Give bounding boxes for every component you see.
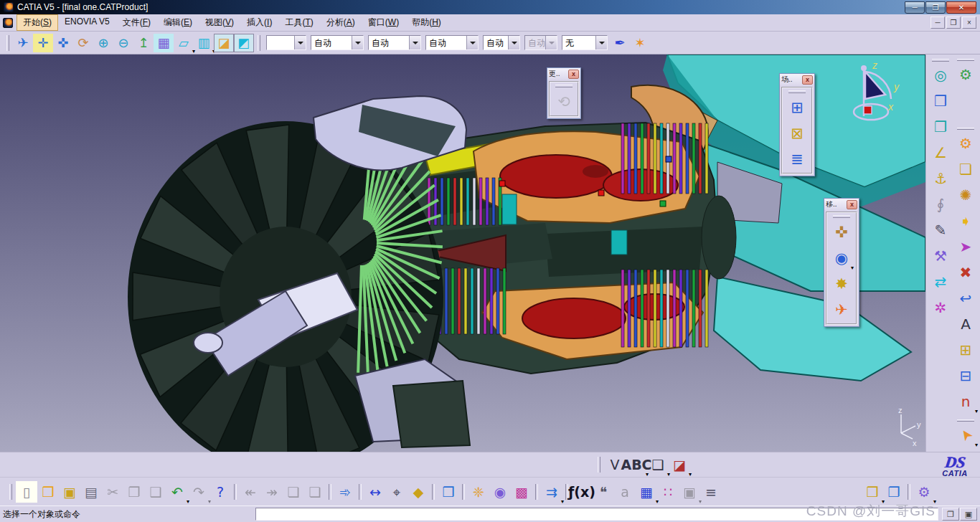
close-icon[interactable]: x <box>802 75 813 85</box>
measure-inertia-icon[interactable]: ◆ <box>407 481 429 503</box>
update-toolbar-titlebar[interactable]: 更.. x <box>547 68 580 80</box>
select-arrow-icon[interactable]: ➤▾ <box>955 424 976 446</box>
quick-constraint-icon[interactable]: ✎ <box>930 219 951 241</box>
flexible-rigid-icon[interactable]: ⚒ <box>930 245 951 267</box>
move-toolbar-titlebar[interactable]: 移.. x <box>824 199 859 210</box>
scene-list-icon[interactable]: ≣ <box>786 148 808 170</box>
comments-icon[interactable]: ❝ <box>593 481 614 503</box>
rotate-icon[interactable]: ⟳ <box>73 34 93 52</box>
coincidence-constraint-icon[interactable]: ◎ <box>930 65 951 86</box>
scene-browser-icon[interactable]: ⊠ <box>786 123 808 144</box>
fit-all-in-icon[interactable]: ✛ <box>33 34 53 52</box>
explode-icon[interactable]: ✸ <box>831 273 852 295</box>
menu-item-4[interactable]: 编辑(E) <box>157 14 199 31</box>
render-effects-icon[interactable]: ❈ <box>468 481 489 503</box>
line-color-combo[interactable] <box>266 35 306 50</box>
menu-item-6[interactable]: 插入(I) <box>240 14 278 31</box>
dropdown-arrow-icon[interactable]: ▾ <box>851 265 854 271</box>
text-with-leader-icon[interactable]: ABC▾ <box>626 454 647 475</box>
update-assembly-icon[interactable]: ⚙ <box>955 64 976 85</box>
macros-settings-icon[interactable]: ⚙▾ <box>913 481 935 503</box>
status-knowledge-button[interactable]: ❐ <box>942 508 959 521</box>
fly-mode-icon[interactable]: ✈ <box>13 34 33 52</box>
status-power-input-button[interactable]: ▣ <box>960 508 977 521</box>
point-style-combo[interactable]: 自动 <box>425 35 479 50</box>
filter-combo[interactable]: 无 <box>562 35 608 50</box>
chevron-down-icon[interactable] <box>294 36 306 49</box>
dropdown-arrow-icon[interactable]: ▾ <box>561 498 564 505</box>
catalog-box-icon[interactable]: ❒▾ <box>862 481 883 503</box>
sectioning-icon[interactable]: ◪▾ <box>669 454 690 475</box>
enhanced-scene-icon[interactable]: ⊞ <box>786 97 808 118</box>
snap-icon[interactable]: ◉▾ <box>831 247 852 269</box>
scene-toolbar-titlebar[interactable]: 场.. x <box>780 74 814 85</box>
open-icon[interactable]: ❒ <box>37 481 59 503</box>
close-button[interactable]: ✕ <box>946 1 976 14</box>
power-input-field[interactable] <box>255 508 938 521</box>
measure-item-icon[interactable]: ⌖ <box>386 481 407 503</box>
move-toolbar[interactable]: 移.. x ✜◉▾✸✈ <box>824 198 859 327</box>
toolbar-handle[interactable] <box>957 128 974 130</box>
close-icon[interactable]: x <box>847 200 857 209</box>
print-icon[interactable]: ▤ <box>80 481 102 503</box>
toolbar-handle[interactable] <box>957 59 974 61</box>
design-table-icon[interactable]: ▦▾ <box>636 481 657 503</box>
zoom-out-icon[interactable]: ⊖ <box>113 34 133 52</box>
fly-icon[interactable]: ✈ <box>831 299 852 321</box>
list-report-icon[interactable]: ↩ <box>955 288 976 309</box>
toolbar-handle[interactable] <box>788 90 806 93</box>
dropdown-arrow-icon[interactable]: ▾ <box>933 498 936 505</box>
menu-item-1[interactable]: 开始(S) <box>17 14 58 31</box>
publish-web-icon[interactable]: ➾ <box>334 481 356 503</box>
manipulation-icon[interactable]: ✜ <box>831 222 852 243</box>
deactivate-node-icon[interactable]: ✖ <box>955 262 976 283</box>
swap-visible-space-icon[interactable]: ◩ <box>234 34 254 52</box>
render-camera-icon[interactable]: ◉ <box>489 481 511 503</box>
chevron-down-icon[interactable] <box>508 36 519 49</box>
menu-item-10[interactable]: 帮助(H) <box>405 14 448 31</box>
toolbar-handle[interactable] <box>957 419 974 422</box>
fix-together-icon[interactable]: ∮ <box>930 194 951 215</box>
chevron-down-icon[interactable] <box>545 36 557 49</box>
formula-icon[interactable]: ƒ(x) <box>571 481 593 503</box>
render-combo[interactable]: 自动 <box>483 35 520 50</box>
menu-item-8[interactable]: 分析(A) <box>320 14 362 31</box>
measure-between-icon[interactable]: ↔ <box>364 481 386 503</box>
toolbar-handle[interactable] <box>6 35 9 51</box>
toolbar-handle[interactable] <box>258 35 260 51</box>
pan-icon[interactable]: ✜ <box>53 34 73 52</box>
menu-item-5[interactable]: 视图(V) <box>199 14 240 31</box>
menu-item-9[interactable]: 窗口(W) <box>362 14 405 31</box>
minimize-button[interactable]: ─ <box>905 1 925 14</box>
catalog-browser-icon[interactable]: ❐ <box>883 481 905 503</box>
dropdown-arrow-icon[interactable]: ▾ <box>975 442 978 448</box>
export-document-icon[interactable]: ➧ <box>955 210 976 232</box>
scene-toolbar[interactable]: 场.. x ⊞⊠≣ <box>779 73 815 176</box>
new-document-icon[interactable]: ▯ <box>16 481 37 503</box>
whats-this-icon[interactable]: ? <box>209 481 231 503</box>
menu-item-7[interactable]: 工具(T) <box>278 14 319 31</box>
dropdown-arrow-icon[interactable]: ▾ <box>689 471 692 478</box>
chevron-down-icon[interactable] <box>466 36 478 49</box>
apply-material-icon[interactable]: ❒ <box>438 481 459 503</box>
gear-wizard-icon[interactable]: ✺ <box>955 184 976 206</box>
hide-show-icon[interactable]: ◪ <box>214 34 234 52</box>
save-icon[interactable]: ▣ <box>59 481 80 503</box>
angle-constraint-icon[interactable]: ∠ <box>930 142 951 163</box>
mdi-restore-button[interactable]: ❐ <box>946 16 961 29</box>
change-constraint-icon[interactable]: ⇄ <box>930 271 951 293</box>
zoom-in-icon[interactable]: ⊕ <box>93 34 113 52</box>
reuse-pattern-icon[interactable]: ✲ <box>930 297 951 318</box>
dropdown-arrow-icon[interactable]: ▾ <box>975 408 978 414</box>
toolbar-handle[interactable] <box>833 215 850 218</box>
undo-icon[interactable]: ↶▾ <box>166 481 188 503</box>
knowledge-structure-icon[interactable]: ∷ <box>657 481 679 503</box>
structure-graph-icon[interactable]: ⊟ <box>955 365 976 386</box>
toolbar-handle[interactable] <box>9 484 12 500</box>
mdi-minimize-button[interactable]: ─ <box>930 16 945 29</box>
close-icon[interactable]: x <box>568 70 579 79</box>
render-style-icon[interactable]: ▥▾ <box>194 34 214 52</box>
titlebar[interactable]: CATIA V5 - [final one.CATProduct] ─❐✕ <box>0 0 980 14</box>
wizard-icon[interactable]: ✶ <box>630 34 650 52</box>
update-toolbar[interactable]: 更.. x ⟲ <box>547 67 581 119</box>
